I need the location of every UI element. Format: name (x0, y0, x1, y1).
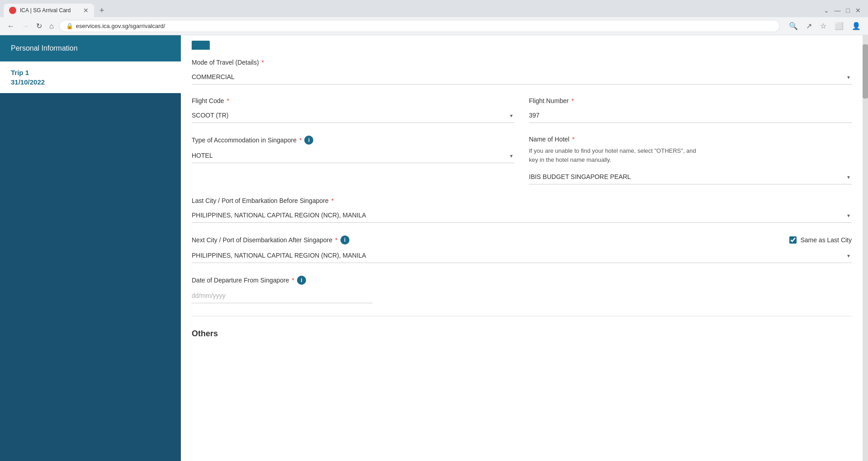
hotel-name-wrapper: IBIS BUDGET SINGAPORE PEARL OTHERS ▾ (529, 169, 852, 184)
scroll-thumb[interactable] (863, 44, 868, 99)
flight-number-label: Flight Number * (529, 97, 852, 104)
accommodation-type-wrapper: HOTEL FRIENDS/RELATIVES OTHERS ▾ (192, 148, 514, 163)
next-city-wrapper: PHILIPPINES, NATIONAL CAPITAL REGION (NC… (192, 248, 852, 263)
minimize-icon[interactable]: — (835, 7, 841, 14)
top-bar (181, 35, 863, 50)
form-section: Mode of Travel (Details) * COMMERCIAL PR… (181, 50, 863, 348)
flight-code-label: Flight Code * (192, 97, 514, 104)
url-bar[interactable]: 🔒 eservices.ica.gov.sg/sgarrivalcard/ (59, 20, 780, 32)
departure-date-label: Date of Departure From Singapore * i (192, 276, 852, 285)
departure-date-info-icon[interactable]: i (297, 276, 306, 285)
forward-button[interactable]: → (20, 20, 31, 32)
last-city-select[interactable]: PHILIPPINES, NATIONAL CAPITAL REGION (NC… (192, 208, 852, 223)
required-indicator: * (299, 136, 302, 144)
bookmark-icon[interactable]: ☆ (818, 20, 828, 32)
same-as-last-city-checkbox[interactable] (789, 236, 797, 244)
tab-title: ICA | SG Arrival Card (20, 7, 80, 14)
flight-code-select[interactable]: SCOOT (TR) SINGAPORE AIRLINES (SQ) JETST… (192, 108, 514, 123)
others-heading: Others (192, 329, 852, 339)
last-city-group: Last City / Port of Embarkation Before S… (192, 197, 852, 223)
required-indicator: * (227, 97, 229, 104)
tab-button[interactable] (192, 41, 210, 50)
hotel-name-group: Name of Hotel * If you are unable to fin… (529, 136, 852, 184)
new-tab-button[interactable]: + (96, 6, 108, 15)
sidebar-lower (0, 93, 181, 461)
departure-date-input[interactable] (192, 288, 373, 303)
home-button[interactable]: ⌂ (47, 20, 56, 32)
flight-code-group: Flight Code * SCOOT (TR) SINGAPORE AIRLI… (192, 97, 514, 123)
refresh-button[interactable]: ↻ (34, 20, 44, 32)
flight-code-wrapper: SCOOT (TR) SINGAPORE AIRLINES (SQ) JETST… (192, 108, 514, 123)
next-city-group: Next City / Port of Disembarkation After… (192, 235, 852, 263)
split-view-icon[interactable]: ⬜ (833, 20, 845, 32)
accommodation-type-select[interactable]: HOTEL FRIENDS/RELATIVES OTHERS (192, 148, 514, 163)
departure-date-group: Date of Departure From Singapore * i (192, 276, 852, 303)
tab-favicon (9, 7, 16, 14)
required-indicator: * (571, 97, 574, 104)
close-window-icon[interactable]: ✕ (855, 7, 861, 14)
scrollbar[interactable] (863, 35, 868, 461)
hotel-name-label: Name of Hotel * (529, 136, 852, 143)
profile-icon[interactable]: 👤 (850, 20, 863, 32)
tab-list-icon[interactable]: ⌄ (824, 7, 829, 14)
tab-close-button[interactable]: ✕ (83, 7, 89, 14)
lock-icon: 🔒 (66, 23, 73, 29)
next-city-info-icon[interactable]: i (340, 235, 349, 245)
flight-number-input[interactable] (529, 108, 852, 123)
hotel-name-select[interactable]: IBIS BUDGET SINGAPORE PEARL OTHERS (529, 169, 852, 184)
required-indicator: * (572, 136, 574, 143)
trip-label: Trip 1 (11, 69, 170, 76)
flight-row: Flight Code * SCOOT (TR) SINGAPORE AIRLI… (192, 97, 852, 136)
next-city-label: Next City / Port of Disembarkation After… (192, 235, 852, 245)
last-city-wrapper: PHILIPPINES, NATIONAL CAPITAL REGION (NC… (192, 208, 852, 223)
url-text: eservices.ica.gov.sg/sgarrivalcard/ (76, 23, 773, 29)
sidebar-trip-card[interactable]: Trip 1 31/10/2022 (0, 61, 181, 93)
next-city-select[interactable]: PHILIPPINES, NATIONAL CAPITAL REGION (NC… (192, 248, 852, 263)
required-indicator: * (335, 236, 337, 244)
sidebar-title: Personal Information (11, 44, 78, 52)
accommodation-type-group: Type of Accommodation in Singapore * i H… (192, 136, 514, 184)
sidebar: Personal Information Trip 1 31/10/2022 (0, 35, 181, 461)
accommodation-row: Type of Accommodation in Singapore * i H… (192, 136, 852, 197)
sidebar-header: Personal Information (0, 35, 181, 61)
mode-of-travel-wrapper: COMMERCIAL PRIVATE OTHER ▾ (192, 70, 852, 85)
tab-bar: ICA | SG Arrival Card ✕ + ⌄ — □ ✕ (0, 0, 868, 17)
hotel-description: If you are unable to find your hotel nam… (529, 146, 852, 164)
back-button[interactable]: ← (5, 20, 16, 32)
address-icons: 🔍 ↗ ☆ ⬜ 👤 (787, 20, 863, 32)
main-content: Mode of Travel (Details) * COMMERCIAL PR… (181, 35, 863, 461)
address-bar: ← → ↻ ⌂ 🔒 eservices.ica.gov.sg/sgarrival… (0, 17, 868, 35)
same-as-last-city-label[interactable]: Same as Last City (789, 236, 852, 244)
search-icon[interactable]: 🔍 (787, 20, 800, 32)
mode-of-travel-select[interactable]: COMMERCIAL PRIVATE OTHER (192, 70, 852, 85)
mode-of-travel-label: Mode of Travel (Details) * (192, 59, 852, 66)
accommodation-info-icon[interactable]: i (304, 136, 313, 145)
mode-of-travel-group: Mode of Travel (Details) * COMMERCIAL PR… (192, 59, 852, 85)
browser-chrome: ICA | SG Arrival Card ✕ + ⌄ — □ ✕ ← → ↻ … (0, 0, 868, 35)
maximize-icon[interactable]: □ (846, 7, 850, 14)
accommodation-label: Type of Accommodation in Singapore * i (192, 136, 514, 145)
required-indicator: * (262, 59, 264, 66)
required-indicator: * (292, 277, 294, 284)
app-layout: Personal Information Trip 1 31/10/2022 M… (0, 35, 868, 461)
flight-number-group: Flight Number * (529, 97, 852, 123)
section-divider (192, 316, 852, 316)
required-indicator: * (331, 197, 334, 204)
last-city-label: Last City / Port of Embarkation Before S… (192, 197, 852, 204)
window-controls: ⌄ — □ ✕ (824, 7, 864, 14)
share-icon[interactable]: ↗ (804, 20, 814, 32)
trip-date: 31/10/2022 (11, 78, 170, 86)
active-tab[interactable]: ICA | SG Arrival Card ✕ (4, 4, 94, 17)
